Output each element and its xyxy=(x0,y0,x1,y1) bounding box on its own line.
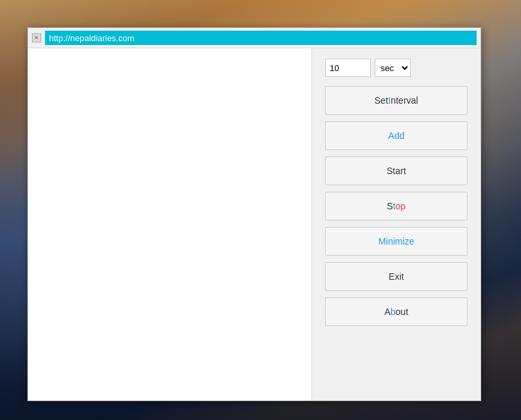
add-label: Add xyxy=(388,130,405,141)
start-button[interactable]: Start xyxy=(325,157,467,185)
url-list-area xyxy=(28,48,312,400)
interval-input[interactable] xyxy=(325,59,371,77)
exit-label: Exit xyxy=(388,271,403,282)
minimize-button[interactable]: Minimize xyxy=(325,227,467,256)
about-label: About xyxy=(385,307,409,317)
minimize-label: Minimize xyxy=(378,236,414,247)
add-button[interactable]: Add xyxy=(325,121,467,150)
exit-button[interactable]: Exit xyxy=(325,262,467,291)
title-bar: ✕ xyxy=(28,28,481,48)
main-content: sec min hr SetInterval Add Start Stop xyxy=(28,48,481,400)
unit-select[interactable]: sec min hr xyxy=(375,59,411,77)
set-interval-button[interactable]: SetInterval xyxy=(325,86,467,115)
start-label: Start xyxy=(387,166,406,176)
set-interval-label: SetInterval xyxy=(375,95,418,106)
interval-row: sec min hr xyxy=(325,59,467,77)
app-window: ✕ sec min hr SetInterval Add xyxy=(27,27,481,401)
url-input[interactable] xyxy=(45,31,477,45)
about-button[interactable]: About xyxy=(325,297,467,326)
controls-panel: sec min hr SetInterval Add Start Stop xyxy=(312,48,481,400)
close-button[interactable]: ✕ xyxy=(32,33,41,42)
stop-button[interactable]: Stop xyxy=(325,192,467,220)
stop-label: Stop xyxy=(387,201,406,211)
